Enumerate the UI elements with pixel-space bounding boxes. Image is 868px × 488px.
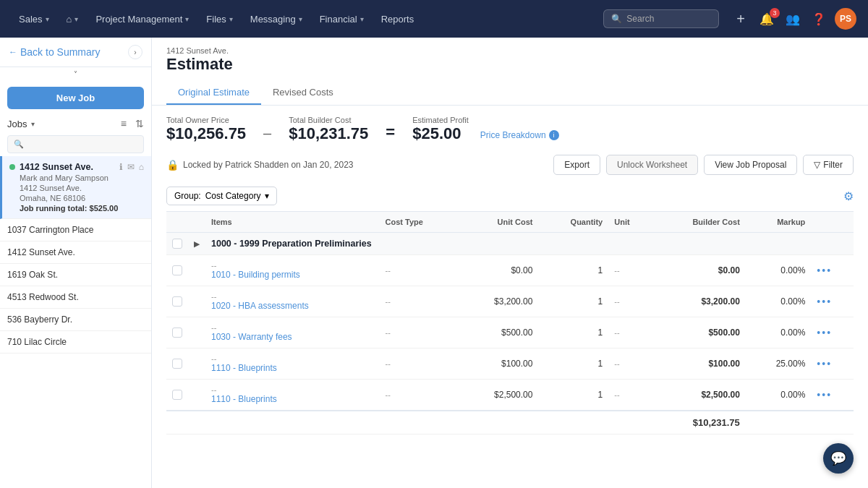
list-item[interactable]: 536 Bayberry Dr.	[0, 309, 151, 331]
chevron-down-icon: ▾	[229, 15, 233, 23]
builder-cost-cell: $0.00	[652, 255, 746, 286]
minus-operator: –	[263, 125, 271, 143]
unlock-worksheet-button[interactable]: Unlock Worksheet	[606, 155, 698, 175]
list-item[interactable]: 4513 Redwood St.	[0, 286, 151, 309]
estimated-profit: Estimated Profit $25.00	[412, 116, 469, 143]
col-unit-cost: Unit Cost	[459, 212, 539, 233]
home-icon[interactable]: ⌂	[139, 162, 144, 172]
notifications-button[interactable]: 🔔 3	[757, 9, 777, 29]
active-job-item[interactable]: 1412 Sunset Ave. ℹ ✉ ⌂ Mark and Mary Sam…	[0, 156, 151, 219]
total-row: $10,231.75	[166, 411, 854, 435]
tab-original-estimate[interactable]: Original Estimate	[166, 81, 261, 105]
collapse-sidebar-button[interactable]: ›	[128, 45, 142, 59]
back-to-summary-button[interactable]: ← Back to Summary	[9, 46, 100, 58]
unit-cost-cell: $100.00	[459, 348, 539, 380]
cost-type-cell: --	[380, 255, 459, 286]
nav-reports-label: Reports	[381, 14, 414, 25]
unit-cell: --	[608, 380, 652, 411]
users-button[interactable]: 👥	[783, 9, 803, 29]
add-button[interactable]: +	[731, 8, 751, 30]
list-item[interactable]: 1412 Sunset Ave.	[0, 241, 151, 264]
row-actions-button[interactable]: •••	[817, 389, 832, 401]
total-owner-price-label: Total Owner Price	[166, 116, 246, 124]
export-button[interactable]: Export	[553, 155, 600, 175]
item-cell: -- 1010 - Building permits	[205, 255, 380, 286]
avatar[interactable]: PS	[835, 8, 856, 30]
tab-revised-costs[interactable]: Revised Costs	[261, 81, 345, 105]
lock-info: 🔒 Locked by Patrick Shadden on Jan 20, 2…	[166, 159, 354, 171]
row-actions-button[interactable]: •••	[817, 265, 832, 276]
nav-sales-label: Sales	[19, 14, 43, 25]
row-checkbox[interactable]	[172, 390, 182, 400]
list-item[interactable]: 1037 Carrington Place	[0, 219, 151, 241]
nav-sales[interactable]: Sales ▾	[12, 9, 56, 29]
search-icon: 🔍	[14, 140, 24, 149]
item-link[interactable]: 1020 - HBA assessments	[211, 301, 309, 311]
col-checkbox	[166, 212, 188, 233]
builder-cost-cell: $100.00	[652, 348, 746, 380]
item-link[interactable]: 1110 - Blueprints	[211, 394, 277, 404]
row-actions-button[interactable]: •••	[817, 296, 832, 307]
row-checkbox[interactable]	[172, 265, 182, 275]
group-select[interactable]: Group: Cost Category ▾	[166, 187, 277, 205]
action-buttons: Export Unlock Worksheet View Job Proposa…	[553, 155, 854, 175]
info-icon[interactable]: ℹ	[119, 162, 123, 172]
cost-type-cell: --	[380, 286, 459, 317]
markup-cell: 25.00%	[746, 348, 812, 380]
row-checkbox[interactable]	[172, 296, 182, 307]
nav-messaging[interactable]: Messaging ▾	[243, 9, 310, 29]
expand-icon[interactable]: ▶	[194, 240, 200, 248]
job-client-address: 1412 Sunset Ave.	[9, 184, 144, 192]
unit-cell: --	[608, 286, 652, 317]
price-breakdown-link[interactable]: Price Breakdown i	[480, 130, 559, 143]
total-owner-price: Total Owner Price $10,256.75	[166, 116, 246, 143]
nav-reports[interactable]: Reports	[374, 9, 422, 29]
markup-cell: 0.00%	[746, 317, 812, 348]
row-checkbox[interactable]	[172, 359, 182, 369]
sidebar-top: ← Back to Summary ›	[0, 38, 151, 67]
chevron-down-icon: ▾	[265, 191, 269, 201]
nav-files[interactable]: Files ▾	[199, 9, 239, 29]
chat-bubble-button[interactable]: 💬	[823, 443, 854, 474]
settings-icon[interactable]: ⚙	[843, 189, 854, 203]
view-job-proposal-button[interactable]: View Job Proposal	[704, 155, 797, 175]
unit-cost-cell: $2,500.00	[459, 380, 539, 411]
job-running-total: Job running total: $525.00	[9, 204, 144, 213]
nav-project-management[interactable]: Project Management ▾	[88, 9, 196, 29]
item-link[interactable]: 1110 - Blueprints	[211, 363, 277, 373]
group-checkbox[interactable]	[172, 239, 182, 249]
group-label: Group:	[174, 191, 201, 201]
row-checkbox[interactable]	[172, 328, 182, 338]
row-actions-button[interactable]: •••	[817, 327, 832, 338]
estimated-profit-value: $25.00	[412, 124, 469, 143]
lock-bar: 🔒 Locked by Patrick Shadden on Jan 20, 2…	[152, 149, 868, 181]
sidebar-search[interactable]: 🔍	[7, 135, 144, 153]
search-bar[interactable]: 🔍 Search	[603, 9, 719, 28]
new-job-button[interactable]: New Job	[7, 87, 144, 109]
row-actions-button[interactable]: •••	[817, 358, 832, 369]
item-link[interactable]: 1010 - Building permits	[211, 270, 300, 280]
nav-financial[interactable]: Financial ▾	[312, 9, 371, 29]
list-item[interactable]: 710 Lilac Circle	[0, 331, 151, 354]
jobs-filter-row: Jobs ▾ ≡ ⇅	[0, 115, 151, 132]
list-item[interactable]: 1619 Oak St.	[0, 264, 151, 286]
help-button[interactable]: ❓	[809, 9, 829, 29]
cost-type-cell: --	[380, 317, 459, 348]
mail-icon[interactable]: ✉	[127, 162, 135, 172]
builder-cost-cell: $3,200.00	[652, 286, 746, 317]
unit-cost-cell: $3,200.00	[459, 286, 539, 317]
item-link[interactable]: 1030 - Warranty fees	[211, 332, 292, 342]
jobs-dropdown[interactable]: Jobs	[7, 119, 27, 129]
filter-icon[interactable]: ≡	[121, 118, 127, 129]
nav-messaging-label: Messaging	[250, 14, 296, 25]
quantity-cell: 1	[538, 286, 608, 317]
unit-cell: --	[608, 255, 652, 286]
sort-icon[interactable]: ⇅	[135, 118, 144, 129]
nav-home[interactable]: ⌂ ▾	[59, 9, 86, 29]
item-cell: -- 1110 - Blueprints	[205, 348, 380, 380]
nav-icon-group: + 🔔 3 👥 ❓ PS	[731, 8, 856, 30]
filter-button[interactable]: ▽ Filter	[803, 155, 854, 175]
estimated-profit-label: Estimated Profit	[412, 116, 469, 124]
nav-financial-label: Financial	[320, 14, 357, 25]
notification-badge: 3	[770, 8, 780, 18]
